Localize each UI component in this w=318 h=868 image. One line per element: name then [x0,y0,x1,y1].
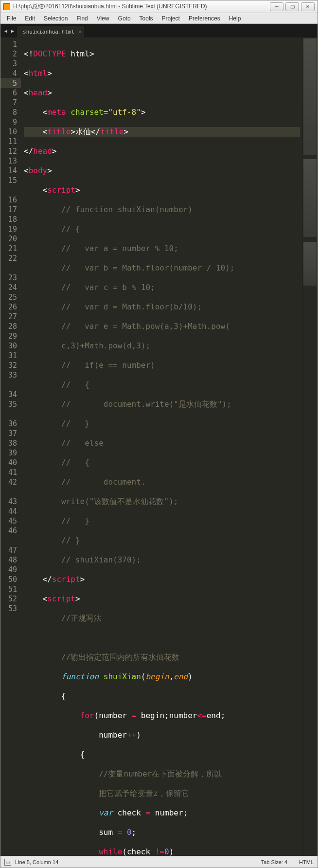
code-area[interactable]: <!DOCTYPE html> <html> <head> <meta char… [21,37,302,856]
file-tab[interactable]: shuixianhua.html × [17,26,84,37]
nav-forward-icon[interactable]: ▶ [11,28,14,34]
tab-close-icon[interactable]: × [78,29,81,35]
tabbar: ◀ ▶ shuixianhua.html × [0,24,318,37]
minimap[interactable] [302,37,318,856]
status-tabsize[interactable]: Tab Size: 4 [261,859,287,865]
nav-arrows: ◀ ▶ [1,24,17,37]
statusbar: ▭ Line 5, Column 14 Tab Size: 4 HTML [0,856,318,868]
menu-goto[interactable]: Goto [114,15,135,22]
menu-view[interactable]: View [92,15,114,22]
menu-help[interactable]: Help [225,15,246,22]
nav-back-icon[interactable]: ◀ [4,28,7,34]
menu-selection[interactable]: Selection [39,15,72,22]
menu-project[interactable]: Project [158,15,184,22]
minimize-button[interactable]: ─ [270,2,283,11]
app-window: H:\php\总结\20161128\shuixianhua.html - Su… [0,0,318,868]
status-syntax[interactable]: HTML [299,859,314,865]
editor-area: 123456789101112131415 16171819202122 232… [0,37,318,856]
menu-find[interactable]: Find [72,15,92,22]
window-controls: ─ ▢ ✕ [270,2,315,11]
menubar: File Edit Selection Find View Goto Tools… [0,13,318,24]
menu-edit[interactable]: Edit [20,15,39,22]
titlebar[interactable]: H:\php\总结\20161128\shuixianhua.html - Su… [0,0,318,13]
menu-preferences[interactable]: Preferences [184,15,225,22]
line-gutter: 123456789101112131415 16171819202122 232… [0,37,21,856]
console-icon[interactable]: ▭ [4,859,11,866]
menu-file[interactable]: File [2,15,20,22]
maximize-button[interactable]: ▢ [285,2,299,11]
status-position[interactable]: Line 5, Column 14 [15,859,58,865]
tab-label: shuixianhua.html [23,29,74,35]
menu-tools[interactable]: Tools [135,15,158,22]
window-title: H:\php\总结\20161128\shuixianhua.html - Su… [13,2,270,11]
app-icon [3,3,10,10]
close-button[interactable]: ✕ [301,2,315,11]
